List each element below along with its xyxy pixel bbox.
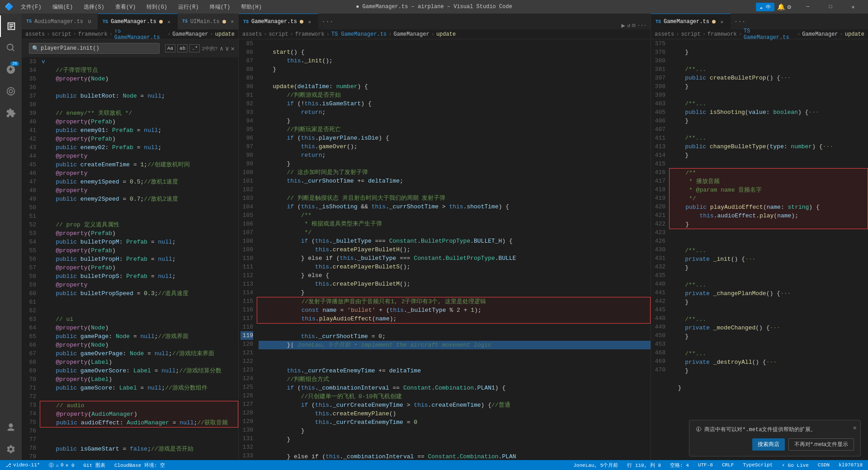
- window-title: ● GameManager.ts – airplane – Visual Stu…: [356, 4, 512, 10]
- status-indent[interactable]: 空格: 4: [668, 460, 691, 470]
- status-eol[interactable]: CRLF: [720, 460, 736, 470]
- tab-more-mid[interactable]: ···: [318, 14, 337, 29]
- more-icon[interactable]: ···: [637, 23, 647, 29]
- tab-close-gm-mid[interactable]: ✕: [306, 18, 313, 25]
- activity-bar: 26: [0, 14, 22, 460]
- debug-icon[interactable]: ↺: [627, 22, 630, 29]
- tab-close-uimain[interactable]: ✕: [229, 18, 236, 25]
- status-user[interactable]: kl970718: [837, 460, 864, 470]
- tab-audiomanager[interactable]: TS AudioManager.ts U: [22, 14, 98, 29]
- menu-select[interactable]: 选择(S): [80, 0, 108, 14]
- user-text: kl970718: [839, 462, 863, 468]
- activity-account[interactable]: [0, 417, 22, 438]
- menu-run[interactable]: 运行(R): [175, 0, 203, 14]
- app-icon: 🔷: [5, 2, 14, 11]
- activity-git[interactable]: 26: [0, 59, 22, 80]
- tab-gamemanager-mid[interactable]: TS GameManager.ts ✕: [239, 14, 318, 29]
- regex-btn[interactable]: .*: [189, 44, 200, 52]
- git-graph-label: Git 图表: [83, 462, 105, 469]
- code-scroll-left[interactable]: 3334353637 3839404142 4344454647 4849505…: [22, 57, 238, 460]
- code-content-mid[interactable]: start() { this._init(); } update(deltaTi…: [257, 39, 651, 460]
- status-position[interactable]: 行 119, 列 8: [625, 460, 663, 470]
- code-content-left[interactable]: v //子弹管理节点 @property(Node) public bullet…: [40, 57, 238, 460]
- minimize-button[interactable]: ─: [797, 0, 818, 14]
- position-text: 行 119, 列 8: [627, 462, 661, 469]
- close-button[interactable]: ✕: [843, 0, 863, 14]
- maximize-button[interactable]: □: [820, 0, 841, 14]
- blame-text: JoneLau, 5个月前: [573, 462, 618, 469]
- window-controls: ☁ 中 🔔 ⚙ ─ □ ✕: [756, 0, 863, 14]
- status-golive[interactable]: ⚡ Go Live: [780, 460, 810, 470]
- tab-label-right: GameManager.ts: [664, 19, 709, 25]
- status-language[interactable]: TypeScript: [741, 460, 774, 470]
- tab-close-gm-left[interactable]: ✕: [165, 18, 173, 25]
- notification-box: ✕ 🛈 商店中有可以对*.meta文件提供帮助的扩展。 搜索商店 不再对*.me…: [689, 420, 861, 456]
- tab-close-audio[interactable]: U: [86, 18, 93, 25]
- bell-icon[interactable]: 🔔: [777, 3, 785, 11]
- statusbar-right: JoneLau, 5个月前 行 119, 列 8 空格: 4 UTF-8 CRL…: [571, 460, 864, 470]
- titlebar-menu: 🔷 文件(F) 编辑(E) 选择(S) 查看(V) 转到(G) 运行(R) 终端…: [5, 0, 265, 14]
- tab-gamemanager-left[interactable]: TS GameManager.ts ✕: [98, 14, 178, 29]
- code-scroll-mid[interactable]: 8586878889 9091929394 9596979899 1001011…: [239, 39, 651, 460]
- status-csdn[interactable]: CSDN: [816, 460, 831, 470]
- golive-text: ⚡ Go Live: [782, 462, 808, 468]
- menu-goto[interactable]: 转到(G): [143, 0, 171, 14]
- status-git-graph[interactable]: Git 图表: [81, 460, 107, 470]
- menu-view[interactable]: 查看(V): [112, 0, 140, 14]
- line-numbers-right: 375376 380381 397398 399403 405406 40741…: [651, 39, 669, 460]
- status-blame[interactable]: JoneLau, 5个月前: [571, 460, 620, 470]
- line-numbers-left: 3334353637 3839404142 4344454647 4849505…: [22, 57, 40, 460]
- menu-help[interactable]: 帮助(H): [237, 0, 265, 14]
- code-area-mid[interactable]: 8586878889 9091929394 9596979899 1001011…: [239, 39, 651, 460]
- case-sensitive-btn[interactable]: Aa: [165, 44, 175, 52]
- code-area-right[interactable]: 375376 380381 397398 399403 405406 40741…: [651, 39, 868, 460]
- activity-settings[interactable]: [0, 438, 22, 460]
- code-area-left[interactable]: 3334353637 3839404142 4344454647 4849505…: [22, 57, 238, 460]
- activity-debug[interactable]: [0, 80, 22, 102]
- activity-explorer[interactable]: [0, 15, 22, 37]
- dismiss-btn[interactable]: 不再对*.meta文件显示: [788, 438, 854, 451]
- search-store-btn[interactable]: 搜索商店: [752, 438, 785, 451]
- tab-gamemanager-right[interactable]: TS GameManager.ts ✕: [651, 14, 731, 29]
- settings-icon[interactable]: ⚙: [788, 3, 791, 11]
- result-count: 2中的?: [202, 45, 217, 52]
- git-branch-icon: ⎇: [5, 462, 11, 468]
- tab-more-right[interactable]: ···: [731, 14, 749, 29]
- prev-match-btn[interactable]: ∧: [220, 45, 223, 52]
- run-icon[interactable]: ▶: [621, 22, 625, 29]
- remote-icon[interactable]: ☁ 中: [756, 3, 774, 11]
- search-icon: 🔍: [32, 45, 39, 52]
- notification-close[interactable]: ✕: [853, 424, 857, 432]
- tab-label-mid: GameManager.ts: [251, 19, 297, 25]
- editor-pane-mid: TS GameManager.ts ✕ ··· ▶ ↺ ⊡ ···: [239, 14, 651, 460]
- code-content-right[interactable]: } /**... public createBulletProp() {··· …: [669, 39, 868, 460]
- activity-extensions[interactable]: [0, 102, 22, 124]
- menu-edit[interactable]: 编辑(E): [49, 0, 77, 14]
- error-count: 0: [61, 462, 64, 468]
- notification-text: 🛈 商店中有可以对*.meta文件提供帮助的扩展。: [696, 426, 854, 434]
- menu-file[interactable]: 文件(F): [17, 0, 45, 14]
- close-search-btn[interactable]: ✕: [231, 45, 235, 52]
- menu-terminal[interactable]: 终端(T): [206, 0, 234, 14]
- warning-count: ✕ 0: [66, 462, 75, 468]
- tab-label: GameManager.ts: [111, 19, 156, 25]
- status-cloudbase[interactable]: CloudBase 环境: 空: [113, 460, 167, 470]
- status-branch[interactable]: ⎇ video-11*: [4, 460, 42, 470]
- activity-search[interactable]: [0, 37, 22, 59]
- next-match-btn[interactable]: ∨: [225, 45, 229, 52]
- tab-bar-mid: TS GameManager.ts ✕ ··· ▶ ↺ ⊡ ···: [239, 14, 651, 29]
- status-errors[interactable]: ⓪ ⚠ 0 ✕ 0: [47, 460, 76, 470]
- code-scroll-right[interactable]: 375376 380381 397398 399403 405406 40741…: [651, 39, 868, 460]
- statusbar-left: ⎇ video-11* ⓪ ⚠ 0 ✕ 0 Git 图表 CloudBase 环…: [4, 460, 167, 470]
- tab-close-gm-right[interactable]: ✕: [718, 18, 726, 25]
- breadcrumb-mid: assets› script› framework› TS GameManage…: [239, 29, 651, 39]
- breadcrumb-left: assets› script› framework› TS GameManage…: [22, 29, 238, 39]
- search-bar[interactable]: 🔍: [29, 43, 160, 54]
- whole-word-btn[interactable]: ab: [177, 44, 188, 52]
- status-encoding[interactable]: UTF-8: [696, 460, 715, 470]
- search-input[interactable]: [41, 45, 156, 52]
- tab-uimain[interactable]: TS UIMain.ts ✕: [178, 14, 238, 29]
- csdn-text: CSDN: [818, 462, 830, 468]
- split-icon[interactable]: ⊡: [632, 22, 635, 29]
- warning-icon: ⚠: [56, 462, 59, 468]
